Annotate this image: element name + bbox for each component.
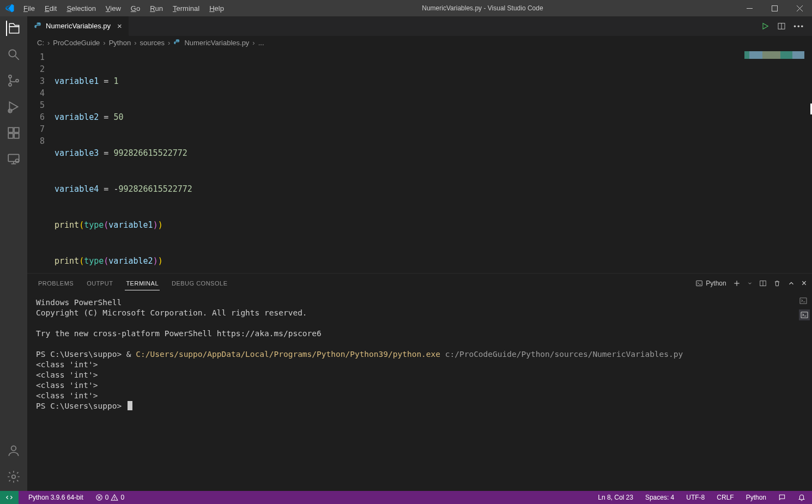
svg-rect-11 <box>14 127 19 132</box>
menu-bar: File Edit Selection View Go Run Terminal… <box>19 2 228 15</box>
settings-gear-icon[interactable] <box>6 469 21 484</box>
extensions-icon[interactable] <box>6 125 21 141</box>
menu-file[interactable]: File <box>19 2 39 15</box>
split-editor-icon[interactable] <box>777 22 786 31</box>
shell: NumericVariables.py × ••• C:› ProCodeGui… <box>0 16 812 491</box>
chevron-down-icon[interactable] <box>747 281 753 286</box>
svg-rect-12 <box>8 133 13 138</box>
svg-point-18 <box>37 23 37 23</box>
status-python-version[interactable]: Python 3.9.6 64-bit <box>26 494 86 501</box>
close-button[interactable] <box>787 0 812 16</box>
menu-run[interactable]: Run <box>146 2 167 15</box>
maximize-panel-icon[interactable] <box>787 280 795 287</box>
breadcrumb-drive[interactable]: C: <box>37 39 44 47</box>
breadcrumb-tail[interactable]: ... <box>258 39 264 47</box>
vscode-logo-icon <box>0 3 19 13</box>
editor-tab[interactable]: NumericVariables.py × <box>27 16 129 36</box>
kill-terminal-icon[interactable] <box>773 280 781 287</box>
svg-rect-1 <box>772 5 777 11</box>
main-column: NumericVariables.py × ••• C:› ProCodeGui… <box>27 16 812 491</box>
window-title: NumericVariables.py - Visual Studio Code <box>228 4 737 12</box>
terminal-kind[interactable]: Python <box>695 280 726 287</box>
more-actions-icon[interactable]: ••• <box>793 22 804 31</box>
source-control-icon[interactable] <box>6 73 21 88</box>
svg-rect-14 <box>8 154 19 161</box>
window-controls <box>737 0 812 16</box>
terminal-instance-icon[interactable] <box>799 309 810 320</box>
editor-actions: ••• <box>761 22 812 31</box>
breadcrumb-file[interactable]: NumericVariables.py <box>184 39 249 47</box>
python-file-icon <box>34 22 43 31</box>
svg-rect-27 <box>801 312 808 318</box>
tab-filename: NumericVariables.py <box>46 22 111 30</box>
search-icon[interactable] <box>6 47 21 62</box>
status-problems[interactable]: 0 0 <box>93 494 126 501</box>
terminal-cursor <box>128 401 132 410</box>
tab-problems[interactable]: PROBLEMS <box>37 277 75 290</box>
terminal-output[interactable]: Windows PowerShell Copyright (C) Microso… <box>27 293 812 491</box>
menu-view[interactable]: View <box>101 2 125 15</box>
status-encoding[interactable]: UTF-8 <box>684 494 707 501</box>
feedback-icon[interactable] <box>776 494 788 501</box>
tab-terminal[interactable]: TERMINAL <box>125 277 160 290</box>
notifications-bell-icon[interactable] <box>796 494 808 501</box>
terminal-instance-icon[interactable] <box>799 296 810 305</box>
run-file-icon[interactable] <box>761 22 769 31</box>
panel: PROBLEMS OUTPUT TERMINAL DEBUG CONSOLE P… <box>27 273 812 491</box>
tab-output[interactable]: OUTPUT <box>86 277 114 290</box>
minimap[interactable] <box>744 51 804 59</box>
menu-selection[interactable]: Selection <box>62 2 100 15</box>
remote-indicator[interactable] <box>0 491 19 504</box>
panel-tab-bar: PROBLEMS OUTPUT TERMINAL DEBUG CONSOLE P… <box>27 274 812 293</box>
tab-bar: NumericVariables.py × ••• <box>27 16 812 36</box>
accounts-icon[interactable] <box>6 443 21 458</box>
close-panel-icon[interactable]: × <box>802 278 807 288</box>
python-file-icon <box>173 39 181 46</box>
svg-point-6 <box>9 75 11 78</box>
svg-point-7 <box>9 83 11 86</box>
status-language[interactable]: Python <box>744 494 768 501</box>
maximize-button[interactable] <box>762 0 787 16</box>
svg-rect-10 <box>8 127 13 132</box>
svg-rect-13 <box>14 133 19 138</box>
remote-explorer-icon[interactable] <box>6 151 21 167</box>
svg-rect-21 <box>696 281 702 286</box>
menu-go[interactable]: Go <box>126 2 144 15</box>
new-terminal-icon[interactable] <box>733 280 741 287</box>
status-bar: Python 3.9.6 64-bit 0 0 Ln 8, Col 23 Spa… <box>0 491 812 504</box>
status-cursor-pos[interactable]: Ln 8, Col 23 <box>596 494 635 501</box>
svg-point-8 <box>16 80 19 82</box>
status-eol[interactable]: CRLF <box>714 494 736 501</box>
line-number-gutter: 123 456 78 <box>27 49 54 273</box>
svg-line-5 <box>15 56 19 60</box>
svg-point-15 <box>15 159 19 163</box>
explorer-icon[interactable] <box>6 21 21 36</box>
code-content[interactable]: variable1 = 1 variable2 = 50 variable3 =… <box>54 49 192 273</box>
editor[interactable]: 123 456 78 variable1 = 1 variable2 = 50 … <box>27 49 812 273</box>
tab-close-icon[interactable]: × <box>117 21 122 31</box>
terminal-side-icons <box>799 296 810 320</box>
svg-point-32 <box>114 499 115 500</box>
svg-rect-26 <box>800 298 807 304</box>
breadcrumb-segment[interactable]: sources <box>140 39 165 47</box>
svg-point-17 <box>12 475 16 479</box>
panel-actions: Python × <box>695 278 807 288</box>
run-debug-icon[interactable] <box>6 99 21 114</box>
titlebar: File Edit Selection View Go Run Terminal… <box>0 0 812 16</box>
breadcrumb-segment[interactable]: Python <box>109 39 131 47</box>
breadcrumbs[interactable]: C:› ProCodeGuide› Python› sources› Numer… <box>27 36 812 49</box>
menu-terminal[interactable]: Terminal <box>168 2 204 15</box>
tab-debug-console[interactable]: DEBUG CONSOLE <box>171 277 228 290</box>
minimize-button[interactable] <box>737 0 762 16</box>
svg-point-16 <box>11 446 16 451</box>
menu-help[interactable]: Help <box>205 2 228 15</box>
svg-point-4 <box>9 50 16 57</box>
breadcrumb-segment[interactable]: ProCodeGuide <box>53 39 100 47</box>
split-terminal-icon[interactable] <box>759 280 767 287</box>
activity-bar <box>0 16 27 491</box>
menu-edit[interactable]: Edit <box>40 2 61 15</box>
status-indent[interactable]: Spaces: 4 <box>643 494 676 501</box>
